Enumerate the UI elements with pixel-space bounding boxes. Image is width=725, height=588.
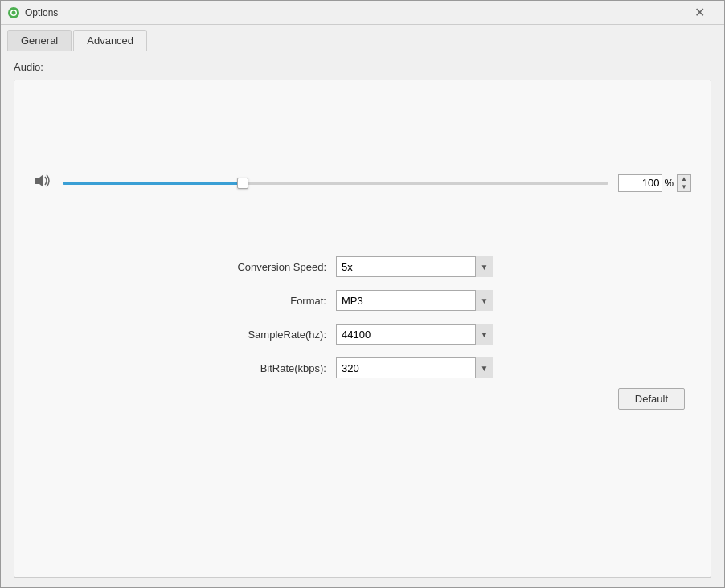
options-window: Options ✕ General Advanced Audio: — [0, 0, 725, 588]
sample-rate-label: SampleRate(hz): — [210, 329, 326, 341]
svg-marker-3 — [35, 174, 43, 187]
sample-rate-select[interactable]: 22050 44100 48000 96000 — [336, 324, 493, 345]
svg-point-2 — [12, 10, 16, 14]
sample-rate-select-wrapper: 22050 44100 48000 96000 ▼ — [336, 324, 493, 345]
slider-thumb[interactable] — [237, 178, 248, 189]
volume-up-button[interactable]: ▲ — [678, 175, 690, 183]
bit-rate-select-wrapper: 128 192 256 320 ▼ — [336, 357, 493, 378]
sample-rate-row: SampleRate(hz): 22050 44100 48000 96000 … — [210, 324, 515, 345]
default-button[interactable]: Default — [618, 388, 685, 410]
volume-row: % ▲ ▼ — [27, 174, 698, 192]
tabs-bar: General Advanced — [1, 25, 724, 51]
audio-section-label: Audio: — [14, 61, 711, 73]
volume-input[interactable] — [618, 174, 662, 192]
format-select[interactable]: MP3 AAC WAV FLAC OGG — [336, 290, 493, 311]
close-button[interactable]: ✕ — [681, 1, 718, 25]
slider-fill — [63, 182, 243, 185]
volume-spinner: ▲ ▼ — [677, 174, 691, 192]
conversion-speed-select[interactable]: 1x 2x 3x 4x 5x 6x 8x 10x — [336, 256, 493, 277]
slider-track — [63, 182, 608, 185]
conversion-speed-select-wrapper: 1x 2x 3x 4x 5x 6x 8x 10x ▼ — [336, 256, 493, 277]
tab-advanced[interactable]: Advanced — [73, 30, 147, 51]
bit-rate-label: BitRate(kbps): — [210, 362, 326, 374]
volume-percent-control: % ▲ ▼ — [618, 174, 691, 192]
volume-down-button[interactable]: ▼ — [678, 183, 690, 191]
volume-icon — [34, 174, 53, 192]
bit-rate-row: BitRate(kbps): 128 192 256 320 ▼ — [210, 357, 515, 378]
volume-unit: % — [664, 177, 674, 189]
tab-general[interactable]: General — [7, 30, 72, 51]
format-row: Format: MP3 AAC WAV FLAC OGG ▼ — [210, 290, 515, 311]
format-label: Format: — [210, 295, 326, 307]
audio-section: % ▲ ▼ Conversion Speed: 1x 2x — [14, 80, 711, 578]
bottom-bar: Default — [27, 378, 698, 419]
conversion-speed-label: Conversion Speed: — [210, 261, 326, 273]
content-area: Audio: — [1, 51, 724, 587]
app-icon — [7, 6, 20, 19]
window-title: Options — [25, 7, 681, 18]
settings-grid: Conversion Speed: 1x 2x 3x 4x 5x 6x 8x 1… — [27, 256, 698, 378]
bit-rate-select[interactable]: 128 192 256 320 — [336, 357, 493, 378]
title-bar: Options ✕ — [1, 1, 724, 25]
conversion-speed-row: Conversion Speed: 1x 2x 3x 4x 5x 6x 8x 1… — [210, 256, 515, 277]
volume-slider[interactable] — [63, 175, 608, 191]
format-select-wrapper: MP3 AAC WAV FLAC OGG ▼ — [336, 290, 493, 311]
